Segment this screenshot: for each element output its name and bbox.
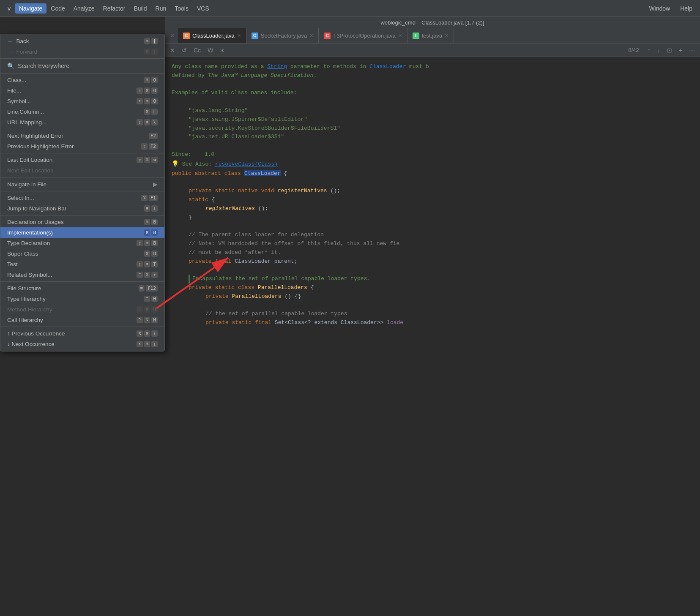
menu-jump-nav[interactable]: Jump to Navigation Bar ⌘↑ (0, 203, 164, 214)
close-t3[interactable]: ✕ (398, 33, 402, 38)
refresh-icon[interactable]: ↺ (180, 46, 189, 55)
menu-bar: v Navigate Code Analyze Refactor Build R… (0, 0, 700, 17)
menu-forward[interactable]: → Forward ⌘] (0, 46, 164, 57)
divider-5 (0, 177, 164, 177)
menu-item-tools[interactable]: Tools (170, 3, 193, 14)
menu-related-symbol[interactable]: Related Symbol... ^⌘↑ (0, 270, 164, 280)
tab-test[interactable]: t test.java ✕ (407, 28, 454, 43)
menu-navigate-in-file[interactable]: Navigate in File ▶ (0, 179, 164, 190)
close-test[interactable]: ✕ (445, 33, 448, 38)
menu-next-occurrence[interactable]: ↓ Next Occurrence ⌥⌘↓ (0, 339, 164, 349)
code-line (172, 98, 693, 106)
code-line: // the set of parallel capable loader ty… (172, 310, 693, 319)
editor-container: ← Back ⌘[ → Forward ⌘] 🔍 Search Everywhe… (0, 17, 700, 616)
test-icon: t (413, 33, 419, 39)
down-icon[interactable]: ↓ (656, 46, 662, 55)
w-icon[interactable]: W (206, 46, 215, 55)
menu-next-edit[interactable]: Next Edit Location (0, 165, 164, 176)
code-line: static { (172, 196, 693, 204)
code-line (172, 80, 693, 89)
menu-declaration[interactable]: Declaration or Usages ⌘B (0, 217, 164, 227)
editor-panel: weblogic_cmd – ClassLoader.java [1.7 (2)… (165, 17, 700, 616)
divider-4 (0, 153, 164, 153)
menu-prev-occurrence[interactable]: ↑ Previous Occurrence ⌥⌘↑ (0, 328, 164, 339)
code-line (172, 301, 693, 310)
tab-bar: ✕ C ClassLoader.java ✕ C SocketFactory.j… (165, 28, 700, 44)
menu-item-window[interactable]: Window (645, 3, 674, 14)
menu-item-analyze[interactable]: Analyze (69, 3, 99, 14)
code-line: Any class name provided as a String para… (172, 62, 693, 71)
menu-file-structure[interactable]: File Structure ⌘F12 (0, 283, 164, 294)
menu-type-hierarchy[interactable]: Type Hierarchy ^H (0, 294, 164, 304)
menu-implementations[interactable]: Implementation(s) ⌘B (0, 227, 164, 238)
code-line (172, 266, 693, 275)
code-line: private ParallelLoaders () {} (172, 292, 693, 301)
code-line: // The parent class loader for delegatio… (172, 231, 693, 240)
code-line (172, 222, 693, 231)
close-tab-x[interactable]: ✕ (167, 28, 178, 43)
menu-class[interactable]: Class... ⌘O (0, 75, 164, 85)
menu-type-declaration[interactable]: Type Declaration ⇧⌘B (0, 238, 164, 248)
menu-item-run[interactable]: Run (151, 3, 171, 14)
menu-last-edit[interactable]: Last Edit Location ⇧⌘⌫ (0, 155, 164, 165)
search-icon: 🔍 (7, 63, 14, 69)
up-icon[interactable]: ↑ (646, 46, 652, 55)
code-line: private static final Set<Class<? extends… (172, 319, 693, 327)
search-count: 8/42 (629, 47, 639, 53)
menu-method-hierarchy[interactable]: Method Hierarchy ⇧⌘H (0, 304, 164, 315)
menu-super-class[interactable]: Super Class ⌘U (0, 248, 164, 259)
menu-test[interactable]: Test ⇧⌘T (0, 259, 164, 270)
menu-search-everywhere[interactable]: 🔍 Search Everywhere (0, 60, 164, 72)
menu-item-navigate[interactable]: Navigate (15, 3, 46, 14)
divider-7 (0, 215, 164, 215)
tab-classloader[interactable]: C ClassLoader.java ✕ (178, 28, 246, 43)
cc-icon[interactable]: Cc (192, 46, 202, 55)
plus-icon[interactable]: + (677, 46, 684, 55)
menu-item-vcs[interactable]: VCS (193, 3, 213, 14)
tab-socketfactory[interactable]: C SocketFactory.java ✕ (246, 28, 319, 43)
menu-select-in[interactable]: Select In... ⌥F1 (0, 193, 164, 203)
menu-item-v[interactable]: v (3, 3, 15, 14)
more-icon[interactable]: ⋯ (687, 46, 697, 55)
dropdown-menu: ← Back ⌘[ → Forward ⌘] 🔍 Search Everywhe… (0, 34, 165, 352)
code-line: 💡 See Also: resolveClass(Class) (172, 159, 693, 169)
menu-file[interactable]: File... ⇧⌘O (0, 85, 164, 96)
menu-item-code[interactable]: Code (46, 3, 69, 14)
layout-icon[interactable]: ⊡ (665, 46, 674, 55)
code-line: "java.net.URLClassLoader$3$1" (172, 133, 693, 142)
close-classloader[interactable]: ✕ (237, 33, 241, 38)
code-line: Examples of valid class names include: (172, 89, 693, 98)
code-line: "java.security.KeyStore$Builder$FileBuil… (172, 124, 693, 133)
asterisk-icon[interactable]: ∗ (218, 46, 227, 55)
code-line: } (172, 213, 693, 222)
code-line: private static native void registerNativ… (172, 187, 693, 196)
divider-2 (0, 73, 164, 74)
divider-6 (0, 191, 164, 191)
socket-icon: C (252, 33, 258, 39)
divider-1 (0, 58, 164, 59)
code-line: // must be added *after* it. (172, 248, 693, 257)
menu-call-hierarchy[interactable]: Call Hierarchy ^⌥H (0, 315, 164, 325)
code-area: Any class name provided as a String para… (165, 57, 700, 333)
close-search-icon[interactable]: ✕ (168, 46, 177, 55)
divider-9 (0, 327, 164, 327)
code-line: private static class ParallelLoaders { (172, 283, 693, 292)
code-line: public abstract class ClassLoader { (172, 169, 693, 178)
submenu-arrow: ▶ (153, 181, 158, 188)
tab-t3protocol[interactable]: C T3ProtocolOperation.java ✕ (319, 28, 407, 43)
menu-url-mapping[interactable]: URL Mapping... ⇧⌘\ (0, 117, 164, 128)
menu-next-error[interactable]: Next Highlighted Error F2 (0, 131, 164, 141)
title-bar: weblogic_cmd – ClassLoader.java [1.7 (2)… (165, 17, 700, 28)
menu-prev-error[interactable]: Previous Highlighted Error ⇧F2 (0, 141, 164, 152)
menu-item-refactor[interactable]: Refactor (99, 3, 130, 14)
menu-item-build[interactable]: Build (129, 3, 151, 14)
code-line: "java.lang.String" (172, 106, 693, 115)
menu-symbol[interactable]: Symbol... ⌥⌘O (0, 96, 164, 106)
code-line: Since: 1.0 (172, 150, 693, 159)
menu-back[interactable]: ← Back ⌘[ (0, 36, 164, 46)
code-line: private final ClassLoader parent; (172, 257, 693, 266)
menu-item-help[interactable]: Help (676, 3, 697, 14)
code-line: Encapsulates the set of parallel capable… (189, 275, 693, 283)
menu-line-column[interactable]: Line:Column... ⌘L (0, 106, 164, 117)
close-socketfactory[interactable]: ✕ (309, 33, 313, 38)
